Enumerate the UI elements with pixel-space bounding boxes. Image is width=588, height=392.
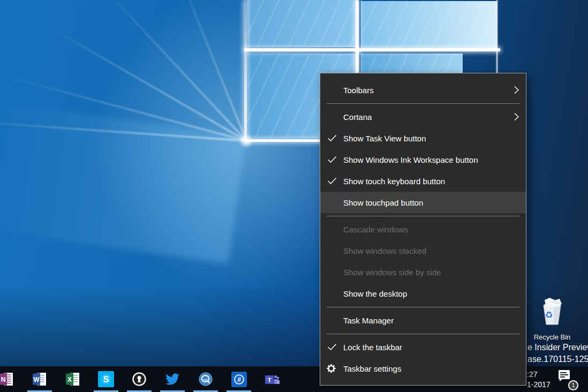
clock-time: :27 — [527, 370, 551, 380]
menu-item-toolbars[interactable]: Toolbars — [320, 79, 526, 101]
menu-item-label: Show touchpad button — [343, 198, 423, 207]
menu-item-label: Show windows side by side — [343, 268, 441, 277]
menu-item-lock-the-taskbar[interactable]: Lock the taskbar — [320, 336, 526, 358]
hash-channel-app-button[interactable]: # — [222, 366, 255, 392]
skype-icon: S — [98, 371, 114, 387]
svg-text:W: W — [33, 376, 40, 383]
menu-item-show-touch-keyboard-button[interactable]: Show touch keyboard button — [320, 170, 526, 192]
menu-item-label: Cortana — [343, 112, 372, 122]
menu-item-label: Show touch keyboard button — [343, 177, 445, 186]
chat-bubble-icon — [198, 372, 213, 387]
clock-date: 1-2017 — [527, 380, 551, 390]
menu-item-show-task-view-button[interactable]: Show Task View button — [320, 127, 526, 149]
menu-item-label: Lock the taskbar — [343, 343, 402, 352]
onenote-icon: N — [0, 372, 14, 387]
menu-item-label: Cascade windows — [343, 225, 408, 234]
wallpaper-frame-left — [244, 0, 247, 142]
menu-item-label: Show the desktop — [343, 289, 407, 298]
submenu-arrow-icon — [514, 113, 519, 121]
recycle-bin-glyph: ♻ — [538, 297, 566, 328]
checkmark-icon — [327, 134, 337, 142]
excel-app-button[interactable]: X — [56, 366, 89, 392]
wallpaper-pane-top-right — [361, 1, 497, 48]
menu-item-label: Show windows stacked — [343, 246, 426, 255]
menu-item-task-manager[interactable]: Task Manager — [320, 310, 526, 331]
menu-separator — [320, 213, 526, 218]
menu-item-label: Taskbar settings — [343, 364, 401, 373]
watermark-insider-preview: e Insider Preview — [527, 343, 588, 352]
menu-separator — [320, 304, 526, 310]
action-center-button[interactable]: 1 — [557, 369, 579, 389]
menu-item-show-windows-side-by-side[interactable]: Show windows side by side — [320, 261, 526, 283]
submenu-arrow-icon — [514, 86, 519, 94]
skype-app-button[interactable]: S — [89, 366, 123, 392]
wallpaper-frame-horizontal — [244, 48, 500, 51]
taskbar-context-menu: Toolbars Cortana — [320, 73, 526, 386]
menu-item-cortana[interactable]: Cortana — [320, 106, 526, 127]
menu-item-label: Toolbars — [343, 86, 374, 95]
menu-item-show-windows-ink-workspace-button[interactable]: Show Windows Ink Workspace button — [320, 149, 526, 170]
twitter-bird-icon — [165, 372, 180, 387]
chat-bubble-app-button[interactable] — [189, 366, 222, 392]
menu-item-cascade-windows[interactable]: Cascade windows — [320, 218, 526, 240]
twitter-app-button[interactable] — [156, 366, 189, 392]
wallpaper-pane-top-left — [247, 0, 356, 47]
onenote-app-button[interactable]: N — [0, 366, 23, 392]
menu-separator — [320, 101, 526, 106]
notification-icon — [557, 369, 571, 382]
svg-text:T: T — [268, 377, 272, 383]
svg-text:♻: ♻ — [545, 310, 553, 320]
svg-text:X: X — [67, 376, 72, 383]
taskbar-clock[interactable]: :27 1-2017 — [527, 370, 551, 390]
notification-count-badge: 1 — [568, 380, 578, 390]
svg-text:N: N — [1, 376, 6, 383]
checkmark-icon — [327, 177, 337, 185]
teams-icon: T — [265, 372, 280, 387]
gear-icon — [327, 364, 336, 373]
teams-app-button[interactable]: T — [255, 366, 289, 392]
menu-item-label: Task Manager — [343, 316, 394, 325]
word-app-button[interactable]: W — [23, 366, 56, 392]
menu-item-show-windows-stacked[interactable]: Show windows stacked — [320, 240, 526, 261]
watermark-build-number: ase.170115-1253 — [527, 355, 588, 364]
menu-item-label: Show Task View button — [343, 134, 426, 143]
menu-item-show-the-desktop[interactable]: Show the desktop — [320, 283, 526, 304]
recycle-bin-label[interactable]: Recycle Bin — [520, 333, 584, 341]
recycle-bin-icon[interactable]: ♻ — [538, 297, 566, 328]
menu-item-show-touchpad-button[interactable]: Show touchpad button — [320, 192, 526, 213]
keyhole-app-button[interactable] — [123, 366, 156, 392]
menu-separator — [320, 331, 526, 336]
menu-item-taskbar-settings[interactable]: Taskbar settings — [320, 358, 526, 379]
checkmark-icon — [327, 156, 337, 163]
checkmark-icon — [327, 343, 337, 351]
keyhole-icon — [132, 372, 147, 387]
word-icon: W — [32, 372, 47, 387]
menu-item-label: Show Windows Ink Workspace button — [343, 155, 478, 164]
svg-text:#: # — [237, 376, 241, 383]
excel-icon: X — [65, 372, 80, 387]
svg-text:S: S — [103, 375, 109, 384]
hash-circle-icon: # — [231, 372, 247, 387]
